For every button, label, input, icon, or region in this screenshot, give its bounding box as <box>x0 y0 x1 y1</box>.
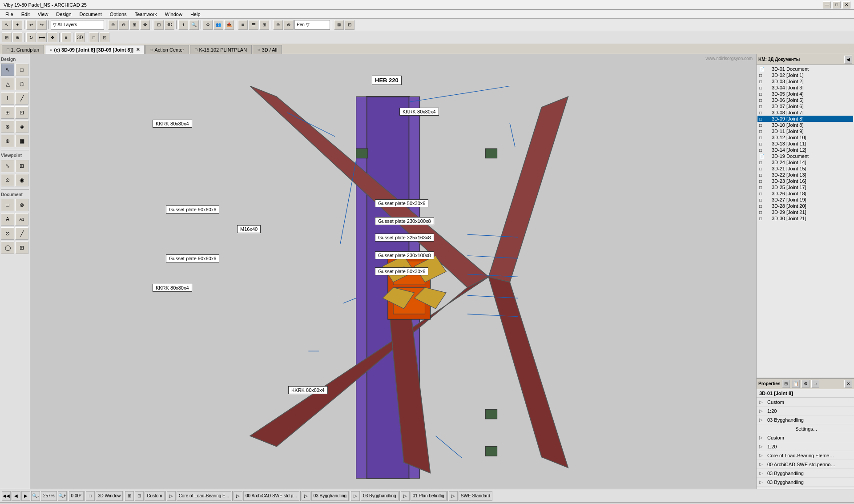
tb2-view1[interactable]: □ <box>89 32 99 42</box>
tb-misc2[interactable]: ⊡ <box>345 20 354 30</box>
tree-item-3d03[interactable]: □ 3D-03 [Joint 2] <box>757 78 853 85</box>
tool-beam[interactable]: ╱ <box>15 92 28 105</box>
tool-pan2[interactable]: ⤡ <box>1 160 14 172</box>
tb2-view2[interactable]: ⊡ <box>100 32 109 42</box>
tree-item-3d22[interactable]: □ 3D-22 [Joint 13] <box>757 172 853 178</box>
tree-item-3d30[interactable]: □ 3D-30 [Joint 21] <box>757 215 853 222</box>
tool-wall[interactable]: □ <box>15 64 28 76</box>
tool-line[interactable]: ╱ <box>15 227 28 240</box>
tab-grundplan[interactable]: □ 1. Grundplan <box>2 45 44 54</box>
tree-item-3d10[interactable]: □ 3D-10 [Joint 8] <box>757 122 853 128</box>
tab-action[interactable]: ○ Action Center <box>145 45 189 54</box>
tree-item-3d21[interactable]: □ 3D-21 [Joint 15] <box>757 165 853 172</box>
tb-info[interactable]: ℹ <box>178 20 188 30</box>
tb-redo[interactable]: ↪ <box>37 20 47 30</box>
tree-item-3d19[interactable]: 📄 3D-19 Document <box>757 153 853 159</box>
tool-label[interactable]: A1 <box>15 213 28 226</box>
tool-grid[interactable]: ⊞ <box>1 106 14 119</box>
props-btn-1[interactable]: ⊞ <box>782 380 790 388</box>
tool-detail[interactable]: ⊞ <box>15 242 28 254</box>
status-nav2[interactable]: ◀ <box>12 491 20 501</box>
tool-section[interactable]: ⊞ <box>15 160 28 172</box>
status-nav1[interactable]: ◀◀ <box>2 491 11 501</box>
status-nav3[interactable]: ▶ <box>21 491 30 501</box>
tb-zoom-out[interactable]: ⊖ <box>119 20 129 30</box>
tab-3dall[interactable]: ○ 3D / All <box>253 45 282 54</box>
tb2-align[interactable]: ≡ <box>61 32 71 42</box>
tree-item-3d28[interactable]: □ 3D-28 [Joint 20] <box>757 203 853 209</box>
status-misc6[interactable]: ▷ <box>302 491 310 501</box>
menu-window[interactable]: Window <box>161 11 186 18</box>
tb-pan[interactable]: ✥ <box>140 20 150 30</box>
props-btn-2[interactable]: 📋 <box>792 380 800 388</box>
tree-item-3d26[interactable]: □ 3D-26 [Joint 18] <box>757 190 853 197</box>
tool-arc[interactable]: ◯ <box>1 242 14 254</box>
viewport[interactable]: www.ndirIsorgsyon.com <box>30 54 756 489</box>
tool-column[interactable]: I <box>1 92 14 105</box>
status-zoom-out[interactable]: 🔍- <box>31 491 40 501</box>
menu-help[interactable]: Help <box>187 11 204 18</box>
menu-options[interactable]: Options <box>106 11 130 18</box>
tb2-grid[interactable]: ⊞ <box>2 32 12 42</box>
tree-item-3d07[interactable]: □ 3D-07 [Joint 6] <box>757 103 853 109</box>
minimize-button[interactable]: — <box>823 1 831 8</box>
menu-file[interactable]: File <box>2 11 17 18</box>
status-misc4[interactable]: ▷ <box>167 491 176 501</box>
tree-item-3d11[interactable]: □ 3D-11 [Joint 9] <box>757 128 853 134</box>
status-zoom-in[interactable]: 🔍+ <box>58 491 67 501</box>
tb2-3d-mode[interactable]: 3D <box>75 32 85 42</box>
tool-mesh[interactable]: ◈ <box>15 121 28 133</box>
tree-item-3d24[interactable]: □ 3D-24 [Joint 14] <box>757 159 853 165</box>
tb-misc1[interactable]: ⊠ <box>334 20 344 30</box>
tb-layer-dropdown[interactable]: ▽ All Layers <box>51 20 104 30</box>
tree-collapse-btn[interactable]: ◀ <box>844 56 852 64</box>
props-btn-4[interactable]: → <box>811 380 819 388</box>
close-button[interactable]: ✕ <box>842 1 850 8</box>
tree-item-3d27[interactable]: □ 3D-27 [Joint 19] <box>757 197 853 203</box>
props-row-settings[interactable]: Settings... <box>757 424 854 433</box>
tb-snap[interactable]: ⊕ <box>273 20 283 30</box>
tb-find[interactable]: 🔍 <box>189 20 199 30</box>
tb-options2[interactable]: ☰ <box>249 20 258 30</box>
tab-3d09[interactable]: ○ (c) 3D-09 [Joint 8] [3D-09 [Joint 8]] … <box>45 45 145 54</box>
maximize-button[interactable]: □ <box>833 1 841 8</box>
tb-publish[interactable]: 📤 <box>224 20 234 30</box>
tree-item-3d23[interactable]: □ 3D-23 [Joint 16] <box>757 178 853 184</box>
tb2-mirror[interactable]: ⟷ <box>37 32 47 42</box>
tb-pen-dropdown[interactable]: Pen ▽ <box>294 20 330 30</box>
tree-item-3d04[interactable]: □ 3D-04 [Joint 3] <box>757 85 853 91</box>
tb2-rotate[interactable]: ↻ <box>26 32 36 42</box>
props-btn-3[interactable]: ⚙ <box>802 380 810 388</box>
tb-undo[interactable]: ↩ <box>26 20 36 30</box>
tree-item-3d05[interactable]: □ 3D-05 [Joint 4] <box>757 91 853 97</box>
tree-item-3d13[interactable]: □ 3D-13 [Joint 11] <box>757 141 853 147</box>
status-misc8[interactable]: ▷ <box>401 491 410 501</box>
tree-item-3d25[interactable]: □ 3D-25 [Joint 17] <box>757 184 853 190</box>
tree-item-3d06[interactable]: □ 3D-06 [Joint 5] <box>757 97 853 103</box>
status-misc9[interactable]: ▷ <box>449 491 458 501</box>
tb2-move[interactable]: ✥ <box>48 32 57 42</box>
tb-teamwork[interactable]: 👥 <box>214 20 223 30</box>
status-misc1[interactable]: □ <box>86 491 95 501</box>
tree-item-3d12[interactable]: □ 3D-12 [Joint 10] <box>757 134 853 141</box>
tool-curtain[interactable]: ⊡ <box>15 106 28 119</box>
menu-document[interactable]: Document <box>76 11 105 18</box>
menu-design[interactable]: Design <box>52 11 75 18</box>
tb-zoom-in[interactable]: ⊕ <box>108 20 118 30</box>
tab-3d09-close[interactable]: ✕ <box>136 47 140 52</box>
tb-settings[interactable]: ⚙ <box>203 20 213 30</box>
menu-edit[interactable]: Edit <box>18 11 33 18</box>
tree-item-3d14[interactable]: □ 3D-14 [Joint 12] <box>757 147 853 153</box>
tree-item-3d29[interactable]: □ 3D-29 [Joint 21] <box>757 209 853 215</box>
tool-text[interactable]: A <box>1 213 14 226</box>
project-tree[interactable]: 📄 3D-01 Document □ 3D-02 [Joint 1] □ 3D-… <box>757 65 854 378</box>
status-misc7[interactable]: ▷ <box>351 491 360 501</box>
menu-view[interactable]: View <box>34 11 52 18</box>
props-settings-btn[interactable]: Settings... <box>759 426 851 431</box>
tree-item-3d09[interactable]: □ 3D-09 [Joint 8] <box>757 116 853 122</box>
tree-item-3d02[interactable]: □ 3D-02 [Joint 1] <box>757 72 853 78</box>
tool-object[interactable]: ⊕ <box>1 135 14 147</box>
tree-item-3d01[interactable]: 📄 3D-01 Document <box>757 66 853 72</box>
tree-item-3d08[interactable]: □ 3D-08 [Joint 7] <box>757 109 853 116</box>
tool-camera[interactable]: ⊙ <box>1 174 14 186</box>
